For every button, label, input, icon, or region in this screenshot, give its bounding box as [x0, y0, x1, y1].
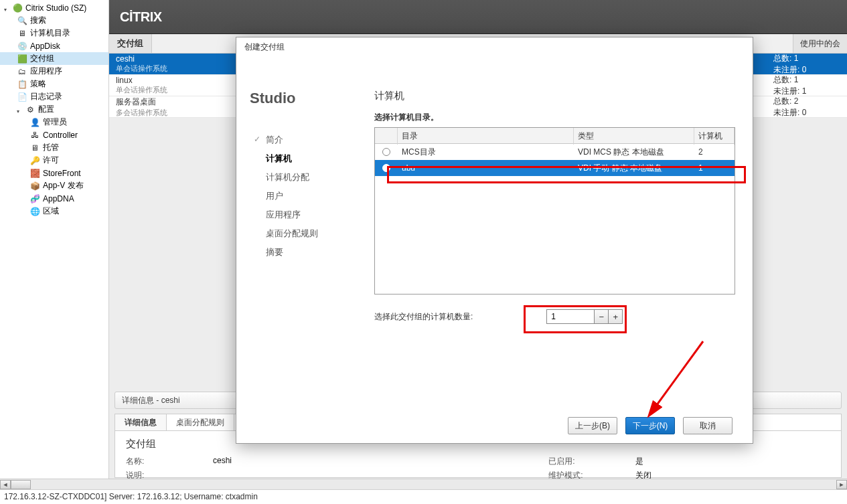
tree-item-logging[interactable]: 📄 日志记录 — [0, 90, 108, 103]
horizontal-scrollbar[interactable]: ◄ ► — [0, 479, 847, 489]
col-machines[interactable]: 计算机 — [694, 128, 735, 145]
log-icon: 📄 — [17, 92, 27, 102]
col-type[interactable]: 类型 — [574, 128, 694, 145]
table-header: 目录 类型 计算机 — [375, 128, 735, 144]
wiz-step-machines[interactable]: 计算机 — [254, 153, 374, 165]
tree-item-zone[interactable]: 🌐 区域 — [0, 205, 108, 218]
brand-logo: CİTRIX — [120, 9, 162, 25]
store-icon: 🧱 — [29, 168, 40, 179]
tree-item-appdisk[interactable]: 💿 AppDisk — [0, 39, 108, 52]
tab-details[interactable]: 详细信息 — [115, 414, 167, 430]
machine-count-label: 选择此交付组的计算机数量: — [374, 311, 473, 323]
tree-item-appv[interactable]: 📦 App-V 发布 — [0, 179, 108, 192]
monitor-icon: 🖥 — [29, 143, 40, 153]
dialog-footer: 上一步(B) 下一步(N) 取消 — [236, 408, 753, 443]
wizard-sidebar: Studio 简介 计算机 计算机分配 用户 应用程序 桌面分配规则 摘要 — [254, 63, 374, 408]
wizard-brand: Studio — [250, 90, 374, 107]
computer-icon: 🖥 — [17, 28, 27, 39]
tree-item-admins[interactable]: 👤 管理员 — [0, 116, 108, 129]
counts-linux: 总数: 1 未注册: 1 — [767, 75, 847, 96]
wiz-step-users[interactable]: 用户 — [254, 190, 374, 202]
citrix-icon: 🟢 — [12, 3, 23, 13]
cancel-button[interactable]: 取消 — [683, 417, 733, 434]
nav-tree: 🟢 Citrix Studio (SZ) 🔍 搜索 🖥 计算机目录 💿 AppD… — [0, 0, 109, 482]
tree-item-licensing[interactable]: 🔑 许可 — [0, 154, 108, 167]
tree-item-policies[interactable]: 📋 策略 — [0, 78, 108, 90]
policy-icon: 📋 — [17, 79, 27, 90]
subheader-sessions-tab[interactable]: 使用中的会 — [793, 34, 847, 53]
tree-item-config[interactable]: ⚙ 配置 — [0, 103, 108, 116]
scroll-right-icon[interactable]: ► — [836, 480, 847, 489]
counts-ceshi: 总数: 1 未注册: 0 — [767, 54, 847, 75]
chevron-down-icon[interactable] — [4, 5, 11, 11]
scroll-thumb[interactable] — [11, 480, 31, 489]
tree-item-hosting[interactable]: 🖥 托管 — [0, 141, 108, 154]
status-bar: 172.16.3.12-SZ-CTXDDC01] Server: 172.16.… — [0, 489, 847, 504]
table-row[interactable]: MCS目录 VDI MCS 静态 本地磁盘 2 — [375, 144, 735, 160]
tree-item-delivery-groups[interactable]: 🟩 交付组 — [0, 52, 108, 65]
wiz-step-apps[interactable]: 应用程序 — [254, 209, 374, 221]
col-catalog[interactable]: 目录 — [398, 128, 574, 145]
search-icon: 🔍 — [17, 15, 27, 26]
dialog-title: 创建交付组 — [236, 37, 753, 56]
tree-root[interactable]: 🟢 Citrix Studio (SZ) — [0, 1, 108, 14]
chevron-down-icon[interactable] — [17, 106, 23, 113]
counts-strip: 总数: 1 未注册: 0 总数: 1 未注册: 1 总数: 2 未注册: 0 — [767, 54, 847, 118]
subheader-title: 交付组 — [109, 34, 152, 53]
package-icon: 📦 — [29, 181, 40, 191]
wizard-content: 计算机 选择计算机目录。 目录 类型 计算机 MCS目录 VDI MCS 静态 … — [374, 63, 735, 408]
next-button[interactable]: 下一步(N) — [625, 417, 675, 434]
scroll-left-icon[interactable]: ◄ — [0, 480, 11, 489]
tree-item-appdna[interactable]: 🧬 AppDNA — [0, 192, 108, 205]
radio-icon[interactable] — [382, 148, 390, 156]
tree-item-search[interactable]: 🔍 搜索 — [0, 14, 108, 27]
dna-icon: 🧬 — [29, 193, 40, 204]
key-icon: 🔑 — [29, 155, 40, 166]
wiz-step-assign[interactable]: 计算机分配 — [254, 171, 374, 183]
wiz-step-summary[interactable]: 摘要 — [254, 246, 374, 258]
disk-icon: 💿 — [17, 41, 27, 52]
brand-bar: CİTRIX — [109, 0, 847, 34]
globe-icon: 🌐 — [29, 206, 40, 217]
tree-item-controller[interactable]: 🖧 Controller — [0, 129, 108, 141]
server-icon: 🖧 — [29, 130, 40, 141]
wiz-step-intro[interactable]: 简介 — [254, 134, 374, 146]
apps-icon: 🗂 — [17, 66, 27, 77]
status-text: 172.16.3.12-SZ-CTXDDC01] Server: 172.16.… — [4, 492, 258, 501]
group-icon: 🟩 — [17, 54, 27, 64]
tree-item-storefront[interactable]: 🧱 StoreFront — [0, 167, 108, 179]
back-button[interactable]: 上一步(B) — [568, 417, 617, 434]
tree-root-label: Citrix Studio (SZ) — [25, 3, 86, 13]
tab-desktop-rules[interactable]: 桌面分配规则 — [167, 414, 234, 430]
wiz-step-desktops[interactable]: 桌面分配规则 — [254, 228, 374, 240]
catalog-table: 目录 类型 计算机 MCS目录 VDI MCS 静态 本地磁盘 2 ubu VD… — [374, 127, 735, 295]
user-icon: 👤 — [29, 117, 40, 128]
tree-item-machine-catalogs[interactable]: 🖥 计算机目录 — [0, 27, 108, 39]
annotation-box — [387, 166, 746, 183]
panel-subtitle: 选择计算机目录。 — [374, 112, 735, 123]
annotation-box — [524, 305, 627, 333]
gear-icon: ⚙ — [25, 104, 35, 115]
tree-item-applications[interactable]: 🗂 应用程序 — [0, 65, 108, 78]
counts-server: 总数: 2 未注册: 0 — [767, 96, 847, 118]
panel-heading: 计算机 — [374, 90, 735, 102]
create-delivery-group-dialog: 创建交付组 Studio 简介 计算机 计算机分配 用户 应用程序 桌面分配规则… — [236, 37, 753, 444]
